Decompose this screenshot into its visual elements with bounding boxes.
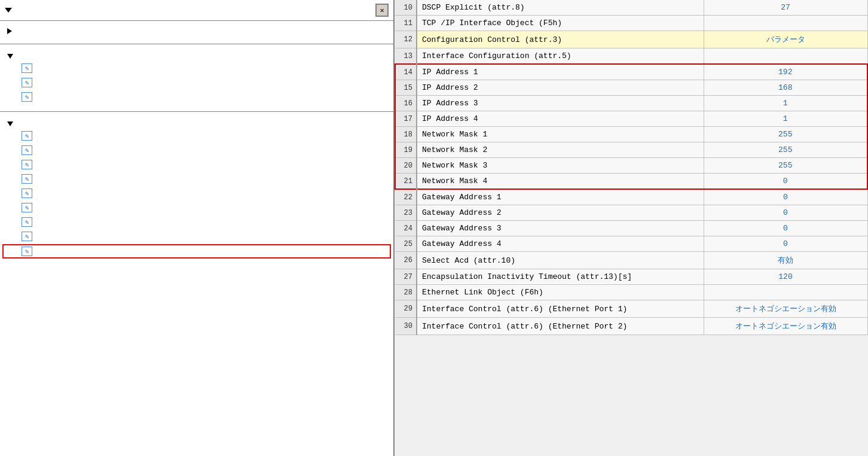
data-section xyxy=(0,47,393,109)
table-row[interactable]: 18Network Mask 1255 xyxy=(395,127,867,142)
left-panel: ✕ xyxy=(0,0,395,456)
row-label: Interface Configuration (attr.5) xyxy=(417,48,704,65)
parameters2-header[interactable] xyxy=(0,119,393,129)
tree-item-p12[interactable] xyxy=(2,244,391,259)
row-label: Gateway Address 2 xyxy=(417,205,704,221)
close-icon: ✕ xyxy=(380,6,384,15)
table-row[interactable]: 23Gateway Address 20 xyxy=(395,205,867,221)
row-number: 20 xyxy=(395,158,417,174)
row-value: 0 xyxy=(704,221,867,236)
table-row[interactable]: 12Configuration Control (attr.3)パラメータ xyxy=(395,31,867,48)
table-row[interactable]: 20Network Mask 3255 xyxy=(395,158,867,174)
row-number: 17 xyxy=(395,111,417,127)
table-row[interactable]: 28Ethernet Link Object (F6h) xyxy=(395,285,867,300)
table-row[interactable]: 30Interface Control (attr.6) (Ethernet P… xyxy=(395,318,867,335)
tree-item-p3[interactable] xyxy=(0,90,393,104)
row-label: DSCP Explicit (attr.8) xyxy=(417,0,704,16)
data-header[interactable] xyxy=(0,51,393,61)
row-number: 23 xyxy=(395,205,417,221)
tree-item-p1[interactable] xyxy=(0,61,393,75)
row-value xyxy=(704,16,867,31)
row-value: 0 xyxy=(704,236,867,252)
row-label: Network Mask 1 xyxy=(417,127,704,142)
row-label: Interface Control (attr.6) (Ethernet Por… xyxy=(417,300,704,318)
row-label: Encapsulation Inactivity Timeout (attr.1… xyxy=(417,269,704,285)
table-row[interactable]: 14IP Address 1192 xyxy=(395,64,867,80)
tree-item-p8[interactable] xyxy=(0,186,393,200)
row-label: IP Address 1 xyxy=(417,64,704,80)
table-row[interactable]: 25Gateway Address 40 xyxy=(395,236,867,252)
divider-2 xyxy=(0,111,393,112)
parameters-header[interactable] xyxy=(0,26,393,37)
row-label: IP Address 4 xyxy=(417,111,704,127)
table-row[interactable]: 10DSCP Explicit (attr.8)27 xyxy=(395,0,867,16)
edit-icon-p12 xyxy=(22,247,32,256)
row-label: Configuration Control (attr.3) xyxy=(417,31,704,48)
row-label: Network Mask 3 xyxy=(417,158,704,174)
row-value: 0 xyxy=(704,174,867,190)
table-row[interactable]: 29Interface Control (attr.6) (Ethernet P… xyxy=(395,300,867,318)
row-label: Interface Control (attr.6) (Ethernet Por… xyxy=(417,318,704,335)
tree-item-p6[interactable] xyxy=(0,157,393,172)
row-value: 120 xyxy=(704,269,867,285)
collapse-icon[interactable] xyxy=(5,8,12,13)
row-number: 14 xyxy=(395,64,417,80)
tree-item-p5[interactable] xyxy=(0,143,393,157)
row-value: 192 xyxy=(704,64,867,80)
row-number: 27 xyxy=(395,269,417,285)
row-label: Network Mask 4 xyxy=(417,174,704,190)
row-number: 19 xyxy=(395,142,417,158)
edit-icon-p1 xyxy=(22,63,32,73)
close-button[interactable]: ✕ xyxy=(375,4,389,17)
row-value: 1 xyxy=(704,96,867,111)
row-value: パラメータ xyxy=(704,31,867,48)
row-value: 255 xyxy=(704,158,867,174)
parameters2-section xyxy=(0,114,393,264)
row-number: 16 xyxy=(395,96,417,111)
tree-item-p11[interactable] xyxy=(0,229,393,244)
expand-icon xyxy=(7,28,12,34)
row-value: オートネゴシエーション有効 xyxy=(704,318,867,335)
table-row[interactable]: 21Network Mask 40 xyxy=(395,174,867,190)
row-label: TCP /IP Interface Object (F5h) xyxy=(417,16,704,31)
tree-item-p10[interactable] xyxy=(0,215,393,229)
edit-icon-p2 xyxy=(22,78,32,87)
divider-1 xyxy=(0,44,393,44)
table-row[interactable]: 22Gateway Address 10 xyxy=(395,189,867,205)
row-value: 255 xyxy=(704,142,867,158)
row-number: 10 xyxy=(395,0,417,16)
row-number: 13 xyxy=(395,48,417,65)
tree-item-p7[interactable] xyxy=(0,172,393,186)
row-number: 18 xyxy=(395,127,417,142)
data-table: 10DSCP Explicit (attr.8)2711TCP /IP Inte… xyxy=(395,0,868,335)
table-row[interactable]: 11TCP /IP Interface Object (F5h) xyxy=(395,16,867,31)
collapse-icon-2 xyxy=(7,121,13,126)
table-row[interactable]: 27Encapsulation Inactivity Timeout (attr… xyxy=(395,269,867,285)
row-number: 12 xyxy=(395,31,417,48)
row-number: 25 xyxy=(395,236,417,252)
row-number: 21 xyxy=(395,174,417,190)
row-number: 29 xyxy=(395,300,417,318)
row-number: 15 xyxy=(395,80,417,96)
right-panel: 10DSCP Explicit (attr.8)2711TCP /IP Inte… xyxy=(395,0,868,456)
parameters-section xyxy=(0,21,393,41)
tree-item-p4[interactable] xyxy=(0,129,393,143)
row-label: IP Address 2 xyxy=(417,80,704,96)
row-label: Select Acd (attr.10) xyxy=(417,252,704,269)
tree-item-p2[interactable] xyxy=(0,75,393,90)
row-label: Ethernet Link Object (F6h) xyxy=(417,285,704,300)
table-row[interactable]: 24Gateway Address 30 xyxy=(395,221,867,236)
table-row[interactable]: 17IP Address 41 xyxy=(395,111,867,127)
row-number: 30 xyxy=(395,318,417,335)
edit-icon-p8 xyxy=(22,189,32,198)
row-label: Gateway Address 3 xyxy=(417,221,704,236)
row-value: 0 xyxy=(704,189,867,205)
tree-item-p9[interactable] xyxy=(0,200,393,215)
table-row[interactable]: 26Select Acd (attr.10)有効 xyxy=(395,252,867,269)
row-label: Gateway Address 1 xyxy=(417,189,704,205)
table-row[interactable]: 19Network Mask 2255 xyxy=(395,142,867,158)
table-row[interactable]: 13Interface Configuration (attr.5) xyxy=(395,48,867,65)
table-row[interactable]: 16IP Address 31 xyxy=(395,96,867,111)
table-row[interactable]: 15IP Address 2168 xyxy=(395,80,867,96)
row-value: 1 xyxy=(704,111,867,127)
